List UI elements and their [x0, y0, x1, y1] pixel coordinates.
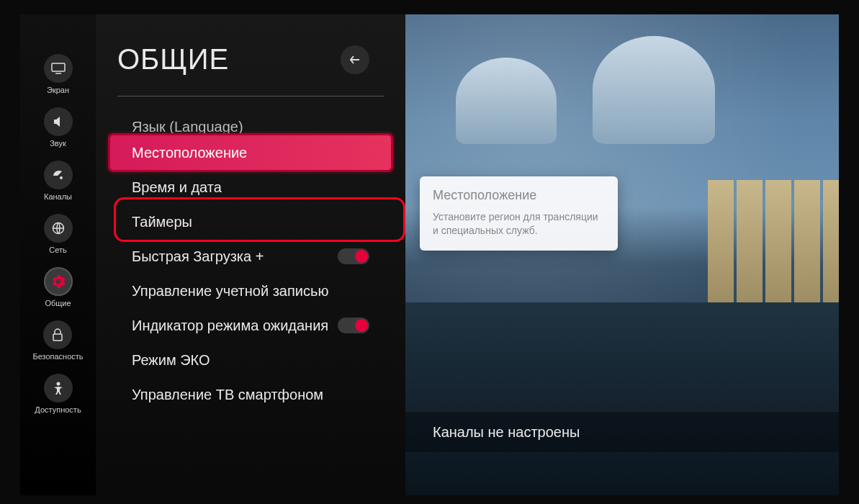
- menu-item-label: Быстрая Загрузка +: [132, 248, 264, 265]
- sidebar-item-sound[interactable]: Звук: [44, 107, 73, 148]
- settings-sidebar: Экран Звук Каналы Сеть Общие: [20, 14, 96, 495]
- sidebar-item-label: Экран: [47, 86, 69, 94]
- svg-rect-3: [53, 334, 62, 341]
- status-text: Каналы не настроены: [433, 424, 580, 441]
- menu-item-label: Управление учетной записью: [132, 283, 328, 300]
- menu-item-location[interactable]: Местоположение: [110, 135, 391, 170]
- tooltip-body: Установите регион для трансляции и специ…: [433, 210, 605, 238]
- help-tooltip: Местоположение Установите регион для тра…: [420, 176, 618, 251]
- sidebar-item-label: Доступность: [35, 405, 81, 414]
- panel-title: ОБЩИЕ: [117, 43, 229, 76]
- preview-pane: Местоположение Установите регион для тра…: [405, 14, 839, 495]
- menu-item-standby-indicator[interactable]: Индикатор режима ожидания: [117, 308, 384, 343]
- tooltip-title: Местоположение: [433, 188, 605, 203]
- monitor-icon: [44, 54, 73, 83]
- menu-item-timers[interactable]: Таймеры: [117, 204, 384, 239]
- menu-item-label: Режим ЭКО: [132, 352, 210, 369]
- menu-item-account[interactable]: Управление учетной записью: [117, 274, 384, 308]
- menu-item-datetime[interactable]: Время и дата: [117, 170, 384, 204]
- menu-item-eco[interactable]: Режим ЭКО: [117, 343, 384, 377]
- menu-item-label: Таймеры: [132, 214, 192, 230]
- sidebar-item-label: Каналы: [44, 192, 72, 201]
- menu-item-language[interactable]: Язык (Language): [117, 111, 384, 135]
- status-bar: Каналы не настроены: [405, 412, 839, 452]
- speaker-icon: [44, 107, 73, 136]
- sidebar-item-screen[interactable]: Экран: [44, 54, 73, 94]
- svg-point-4: [56, 382, 60, 386]
- sidebar-item-security[interactable]: Безопасность: [32, 320, 83, 361]
- sidebar-item-general[interactable]: Общие: [44, 267, 73, 307]
- menu-item-label: Индикатор режима ожидания: [132, 318, 328, 334]
- menu-item-label: Управление ТВ смартфоном: [132, 387, 323, 403]
- settings-menu: Язык (Language) Местоположение Время и д…: [117, 111, 405, 412]
- menu-item-quickstart[interactable]: Быстрая Загрузка +: [117, 239, 384, 274]
- toggle-switch[interactable]: [338, 248, 369, 264]
- globe-icon: [44, 214, 73, 243]
- sidebar-item-label: Общие: [45, 299, 71, 307]
- sidebar-item-label: Сеть: [49, 246, 66, 254]
- svg-point-1: [60, 176, 63, 179]
- toggle-switch[interactable]: [338, 318, 369, 333]
- satellite-icon: [44, 161, 73, 189]
- settings-panel: ОБЩИЕ Язык (Language) Местоположение Вре…: [96, 14, 405, 495]
- gear-icon: [44, 267, 73, 296]
- divider: [117, 96, 384, 96]
- sidebar-item-label: Звук: [50, 139, 66, 148]
- sidebar-item-accessibility[interactable]: Доступность: [35, 374, 81, 414]
- svg-rect-0: [52, 63, 65, 71]
- menu-item-mobile-control[interactable]: Управление ТВ смартфоном: [117, 377, 384, 412]
- back-arrow-icon: [348, 53, 361, 66]
- menu-item-label: Время и дата: [132, 179, 222, 196]
- sidebar-item-label: Безопасность: [32, 352, 83, 361]
- lock-icon: [43, 320, 72, 349]
- sidebar-item-channels[interactable]: Каналы: [44, 161, 73, 201]
- person-icon: [44, 374, 73, 402]
- back-button[interactable]: [341, 45, 369, 74]
- sidebar-item-network[interactable]: Сеть: [44, 214, 73, 254]
- menu-item-label: Язык (Language): [132, 119, 243, 135]
- menu-item-label: Местоположение: [132, 145, 247, 161]
